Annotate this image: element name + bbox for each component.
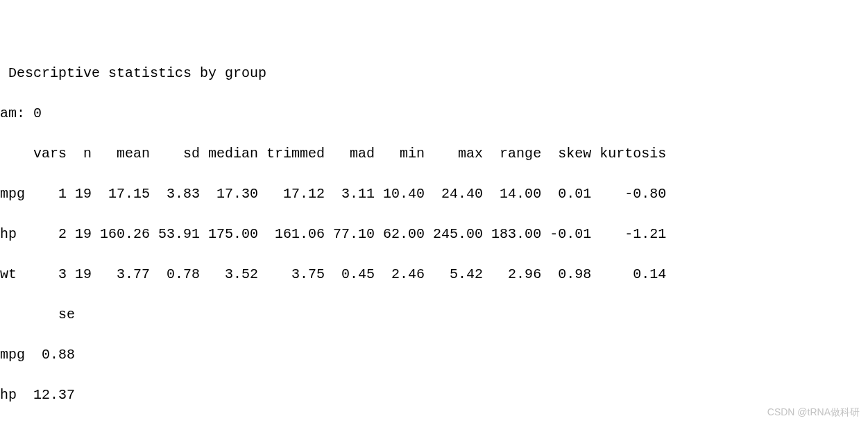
group-0-row-hp: hp 2 19 160.26 53.91 175.00 161.06 77.10… (0, 224, 865, 244)
watermark-text: CSDN @tRNA做科研 (767, 405, 860, 419)
group-0-se-hp: hp 12.37 (0, 385, 865, 405)
group-0-se-header: se (0, 304, 865, 325)
group-0-label: am: 0 (0, 103, 865, 123)
group-0-se-mpg: mpg 0.88 (0, 345, 865, 365)
group-0-header: vars n mean sd median trimmed mad min ma… (0, 144, 865, 164)
group-0-row-wt: wt 3 19 3.77 0.78 3.52 3.75 0.45 2.46 5.… (0, 264, 865, 284)
group-0-row-mpg: mpg 1 19 17.15 3.83 17.30 17.12 3.11 10.… (0, 184, 865, 204)
title-line: Descriptive statistics by group (0, 63, 865, 83)
